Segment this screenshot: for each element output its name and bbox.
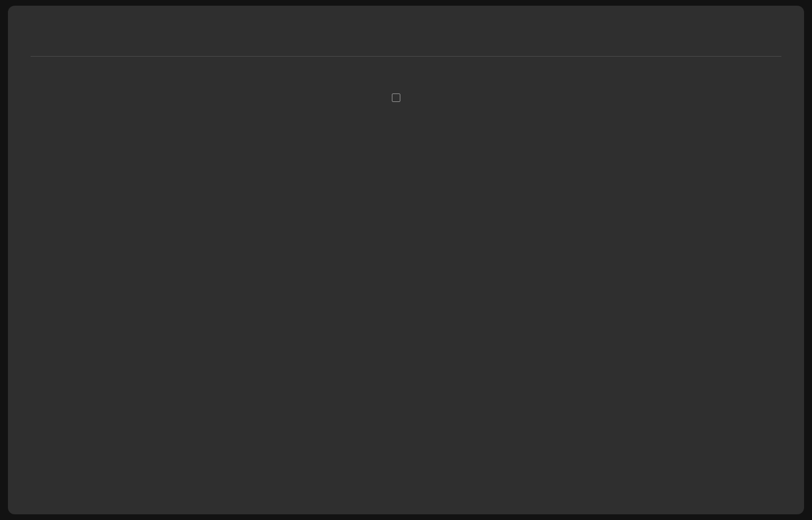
reviews-chart[interactable] xyxy=(0,0,812,520)
